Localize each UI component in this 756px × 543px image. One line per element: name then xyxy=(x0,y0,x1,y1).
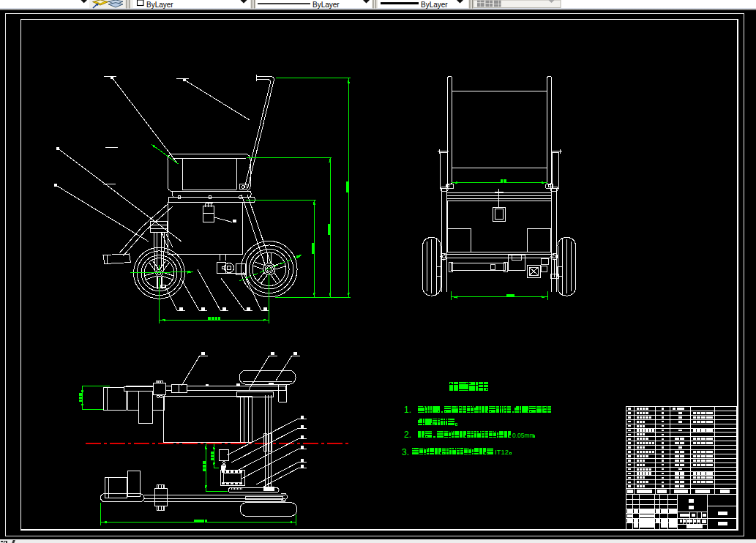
svg-text:ByLayer: ByLayer xyxy=(146,1,173,9)
svg-text:1.: 1. xyxy=(404,405,411,415)
svg-text:IT12: IT12 xyxy=(495,448,509,456)
svg-text:2.: 2. xyxy=(404,430,411,440)
svg-text:0.05mm: 0.05mm xyxy=(512,432,535,439)
svg-text:ByLayer: ByLayer xyxy=(312,1,340,9)
svg-text:3.: 3. xyxy=(402,447,409,457)
svg-text:ByLayer: ByLayer xyxy=(421,1,448,9)
